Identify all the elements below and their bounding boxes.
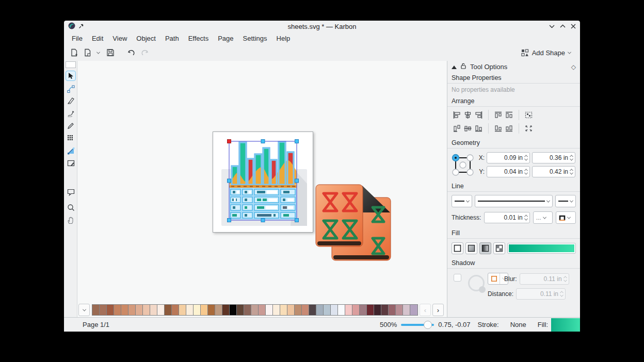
y-position-input[interactable]: 0.04 in	[487, 166, 530, 177]
palette-swatch[interactable]	[107, 305, 114, 315]
dash-pattern-select[interactable]: ...	[533, 211, 553, 224]
palette-swatch[interactable]	[309, 305, 316, 315]
line-start-marker-select[interactable]	[452, 195, 472, 207]
zoom-slider[interactable]	[401, 321, 434, 329]
pin-icon[interactable]	[78, 23, 84, 30]
palette-next-button[interactable]: ›	[432, 304, 444, 316]
zoom-slider-handle[interactable]	[424, 321, 432, 329]
distribute-bottom-button[interactable]	[493, 124, 504, 134]
line-end-marker-select[interactable]	[555, 195, 576, 207]
palette-swatch[interactable]	[367, 305, 374, 315]
thickness-input[interactable]: 0.01 in	[484, 212, 529, 223]
fill-none-button[interactable]	[452, 242, 463, 254]
palette-swatch[interactable]	[295, 305, 302, 315]
minimize-button[interactable]	[549, 24, 555, 28]
palette-swatch[interactable]	[157, 305, 165, 315]
palette-swatch[interactable]	[389, 305, 396, 315]
fill-solid-button[interactable]	[465, 242, 477, 254]
tool-freehand[interactable]	[66, 108, 76, 119]
open-document-button[interactable]	[82, 46, 94, 59]
menu-item-help[interactable]: Help	[272, 33, 295, 44]
palette-swatch[interactable]	[201, 305, 208, 315]
fill-gradient-button[interactable]	[479, 242, 491, 254]
palette-swatch[interactable]	[172, 305, 179, 315]
new-document-button[interactable]	[68, 46, 81, 59]
menu-item-file[interactable]: File	[67, 33, 87, 44]
palette-swatch[interactable]	[316, 305, 324, 315]
palette-swatch[interactable]	[338, 305, 345, 315]
chart-artwork[interactable]	[213, 132, 313, 232]
save-button[interactable]	[104, 46, 117, 59]
palette-swatch[interactable]	[345, 305, 352, 315]
palette-swatch[interactable]	[287, 305, 295, 315]
align-center-vertical-button[interactable]	[462, 124, 473, 134]
shadow-angle-dial[interactable]	[468, 275, 485, 291]
palette-swatch[interactable]	[266, 305, 273, 315]
menu-item-view[interactable]: View	[108, 33, 132, 44]
palette-swatch[interactable]	[352, 305, 360, 315]
open-recent-chevron[interactable]	[95, 46, 101, 59]
x-position-input[interactable]: 0.09 in	[487, 152, 530, 163]
collapse-docker-icon[interactable]	[452, 63, 457, 71]
ungroup-button[interactable]	[523, 124, 534, 134]
height-input[interactable]: 0.42 in	[532, 166, 575, 177]
sheets-document-icon[interactable]	[315, 184, 392, 262]
palette-swatch[interactable]	[114, 305, 121, 315]
palette-swatch[interactable]	[237, 305, 244, 315]
tool-calligraphy[interactable]	[66, 95, 76, 106]
shadow-enable-checkbox[interactable]	[454, 274, 461, 282]
fill-color-button[interactable]	[507, 243, 576, 254]
palette-options-button[interactable]	[78, 304, 90, 316]
cap-join-select[interactable]	[556, 211, 576, 224]
undo-button[interactable]	[125, 46, 137, 59]
lock-width-icon[interactable]	[579, 157, 580, 164]
lock-docker-icon[interactable]	[461, 63, 466, 71]
menu-item-effects[interactable]: Effects	[184, 33, 214, 44]
tool-callout[interactable]	[66, 187, 76, 198]
palette-swatch[interactable]	[121, 305, 128, 315]
align-top-button[interactable]	[452, 124, 462, 134]
menu-item-settings[interactable]: Settings	[238, 33, 272, 44]
palette-swatch[interactable]	[230, 305, 237, 315]
palette-swatch[interactable]	[396, 305, 403, 315]
palette-swatch[interactable]	[143, 305, 150, 315]
align-center-horizontal-button[interactable]	[462, 110, 473, 120]
tool-pan[interactable]	[66, 215, 76, 225]
line-style-select[interactable]	[475, 195, 553, 207]
palette-swatch[interactable]	[410, 305, 417, 315]
palette-swatch[interactable]	[165, 305, 172, 315]
palette-swatch[interactable]	[259, 305, 266, 315]
palette-swatch[interactable]	[324, 305, 331, 315]
palette-swatch[interactable]	[403, 305, 410, 315]
svg-page[interactable]	[213, 131, 313, 233]
palette-swatch[interactable]	[215, 305, 222, 315]
palette-swatch[interactable]	[273, 305, 280, 315]
palette-swatch[interactable]	[360, 305, 367, 315]
menu-item-path[interactable]: Path	[160, 33, 184, 44]
palette-swatch[interactable]	[186, 305, 194, 315]
width-input[interactable]: 0.36 in	[532, 152, 575, 163]
palette-swatch[interactable]	[302, 305, 309, 315]
palette-swatch[interactable]	[331, 305, 338, 315]
titlebar[interactable]: sheets.svg * — Karbon	[64, 21, 580, 32]
menu-item-edit[interactable]: Edit	[87, 33, 108, 44]
fill-pattern-button[interactable]	[493, 242, 505, 254]
zoom-level[interactable]: 500%	[380, 321, 397, 328]
menu-item-page[interactable]: Page	[213, 33, 238, 44]
palette-swatch[interactable]	[92, 305, 100, 315]
palette-swatch[interactable]	[251, 305, 259, 315]
palette-swatch[interactable]	[150, 305, 157, 315]
tool-zoom[interactable]	[66, 202, 76, 212]
statusbar-fill-swatch[interactable]	[551, 318, 580, 332]
palette-swatch[interactable]	[280, 305, 287, 315]
palette-swatch[interactable]	[100, 305, 107, 315]
tool-pattern-edit[interactable]	[66, 158, 76, 168]
palette-swatch[interactable]	[222, 305, 230, 315]
align-bottom-button[interactable]	[473, 124, 484, 134]
anchor-point-selector[interactable]	[452, 153, 474, 177]
tool-edit-shapes[interactable]	[66, 84, 76, 94]
distribute-center-horizontal-button[interactable]	[504, 124, 514, 134]
menu-item-object[interactable]: Object	[132, 33, 160, 44]
add-shape-button[interactable]: Add Shape	[518, 47, 574, 58]
group-button[interactable]	[523, 110, 534, 120]
